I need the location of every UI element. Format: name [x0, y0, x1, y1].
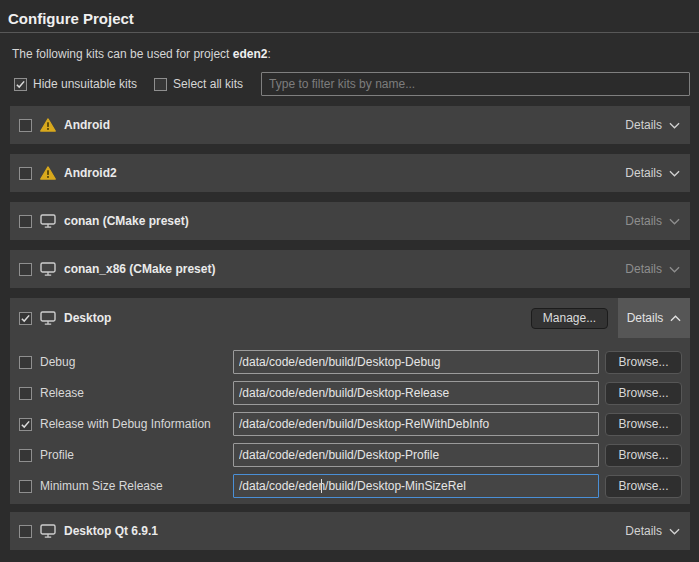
- build-config-row-minsizerel: Minimum Size Release Browse...: [19, 474, 682, 498]
- check-icon: [20, 419, 31, 430]
- check-icon: [15, 79, 26, 90]
- details-button[interactable]: Details: [615, 202, 690, 240]
- select-all-group: Select all kits: [154, 77, 243, 91]
- hide-unsuitable-checkbox[interactable]: [14, 78, 27, 91]
- browse-button[interactable]: Browse...: [605, 444, 682, 467]
- subtitle-suffix: :: [267, 47, 270, 61]
- browse-button[interactable]: Browse...: [605, 475, 682, 498]
- configure-project-page: { "window": { "title": "Configure Projec…: [0, 0, 699, 562]
- details-button[interactable]: Details: [615, 512, 690, 550]
- subtitle-prefix: The following kits can be used for proje…: [12, 47, 233, 61]
- monitor-icon: [40, 524, 56, 538]
- kit-checkbox[interactable]: [19, 263, 32, 276]
- chevron-down-icon: [669, 218, 680, 225]
- config-label: Debug: [40, 355, 233, 369]
- kit-name: Desktop Qt 6.9.1: [64, 524, 158, 538]
- kit-row-android2: Android2 Details: [10, 154, 690, 192]
- build-config-list: Debug Browse... Release Browse... Releas…: [10, 338, 690, 505]
- kit-checkbox[interactable]: [19, 215, 32, 228]
- kit-checkbox[interactable]: [19, 525, 32, 538]
- kit-section-desktop: Desktop Manage... Details Debug Browse..…: [10, 298, 690, 504]
- kit-checkbox[interactable]: [19, 312, 32, 325]
- config-label: Profile: [40, 448, 233, 462]
- kit-checkbox[interactable]: [19, 167, 32, 180]
- chevron-up-icon: [670, 315, 681, 322]
- config-checkbox[interactable]: [19, 418, 32, 431]
- details-label: Details: [625, 262, 662, 276]
- kit-row-desktop: Desktop Manage... Details: [10, 298, 690, 338]
- build-config-row-debug: Debug Browse...: [19, 350, 682, 374]
- check-icon: [20, 313, 31, 324]
- chevron-down-icon: [669, 170, 680, 177]
- chevron-down-icon: [669, 528, 680, 535]
- filter-controls-row: Hide unsuitable kits Select all kits: [14, 71, 690, 97]
- kit-name: Android2: [64, 166, 117, 180]
- build-dir-field: [233, 350, 599, 374]
- kit-row-desktop-qt-691: Desktop Qt 6.9.1 Details: [10, 512, 690, 550]
- kit-row-conan: conan (CMake preset) Details: [10, 202, 690, 240]
- build-dir-field: [233, 474, 599, 498]
- kit-checkbox[interactable]: [19, 119, 32, 132]
- subtitle: The following kits can be used for proje…: [12, 47, 699, 61]
- details-label: Details: [625, 118, 662, 132]
- config-checkbox[interactable]: [19, 480, 32, 493]
- config-checkbox[interactable]: [19, 356, 32, 369]
- manage-button[interactable]: Manage...: [531, 308, 608, 329]
- details-button[interactable]: Details: [618, 298, 690, 338]
- build-dir-input[interactable]: [233, 412, 599, 436]
- text-caret: [321, 479, 322, 493]
- details-label: Details: [625, 166, 662, 180]
- select-all-checkbox[interactable]: [154, 78, 167, 91]
- filter-input[interactable]: [261, 72, 690, 96]
- config-label: Release: [40, 386, 233, 400]
- config-label: Minimum Size Release: [40, 479, 233, 493]
- kit-row-android: Android Details: [10, 106, 690, 144]
- hide-unsuitable-group: Hide unsuitable kits: [14, 77, 137, 91]
- kit-name: Desktop: [64, 311, 111, 325]
- select-all-label: Select all kits: [173, 77, 243, 91]
- build-dir-input[interactable]: [233, 381, 599, 405]
- details-button[interactable]: Details: [615, 154, 690, 192]
- browse-button[interactable]: Browse...: [605, 382, 682, 405]
- build-dir-field: [233, 443, 599, 467]
- details-label: Details: [627, 311, 664, 325]
- build-dir-input[interactable]: [233, 443, 599, 467]
- build-dir-field: [233, 381, 599, 405]
- hide-unsuitable-label: Hide unsuitable kits: [33, 77, 137, 91]
- title-separator: [0, 32, 699, 33]
- page-title: Configure Project: [8, 10, 699, 28]
- browse-button[interactable]: Browse...: [605, 351, 682, 374]
- config-checkbox[interactable]: [19, 449, 32, 462]
- details-button[interactable]: Details: [615, 106, 690, 144]
- config-label: Release with Debug Information: [40, 417, 233, 431]
- config-checkbox[interactable]: [19, 387, 32, 400]
- build-config-row-profile: Profile Browse...: [19, 443, 682, 467]
- build-dir-field: [233, 412, 599, 436]
- warning-icon: [40, 166, 56, 180]
- monitor-icon: [40, 262, 56, 276]
- build-config-row-release: Release Browse...: [19, 381, 682, 405]
- kit-name: conan (CMake preset): [64, 214, 189, 228]
- monitor-icon: [40, 214, 56, 228]
- project-name: eden2: [233, 47, 268, 61]
- kit-name: Android: [64, 118, 110, 132]
- build-dir-input[interactable]: [233, 474, 599, 498]
- details-button[interactable]: Details: [615, 250, 690, 288]
- build-config-row-relwithdebinfo: Release with Debug Information Browse...: [19, 412, 682, 436]
- build-dir-input[interactable]: [233, 350, 599, 374]
- chevron-down-icon: [669, 266, 680, 273]
- kit-row-conan-x86: conan_x86 (CMake preset) Details: [10, 250, 690, 288]
- details-label: Details: [625, 214, 662, 228]
- chevron-down-icon: [669, 122, 680, 129]
- details-label: Details: [625, 524, 662, 538]
- browse-button[interactable]: Browse...: [605, 413, 682, 436]
- kit-list: Android Details Android2 Details conan (…: [0, 106, 699, 550]
- kit-name: conan_x86 (CMake preset): [64, 262, 215, 276]
- monitor-icon: [40, 311, 56, 325]
- warning-icon: [40, 118, 56, 132]
